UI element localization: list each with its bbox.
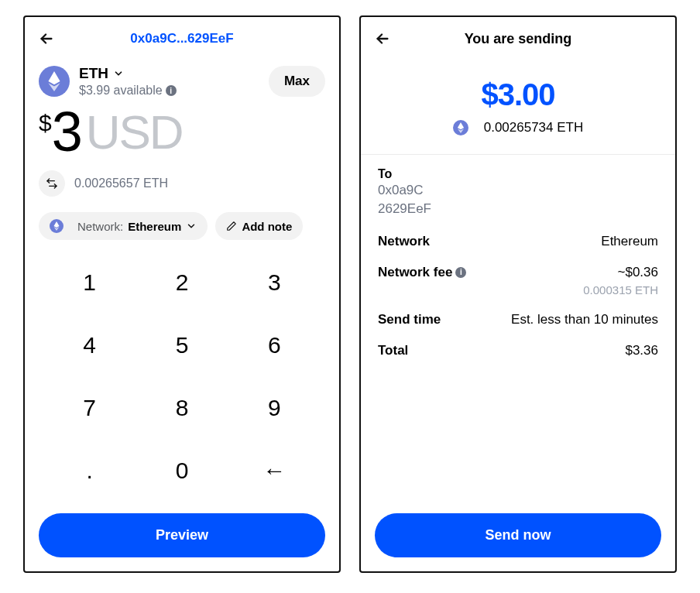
back-button[interactable]	[36, 28, 57, 50]
key-7[interactable]: 7	[43, 377, 136, 440]
total-value: $3.36	[625, 343, 658, 358]
converted-amount: 0.00265657 ETH	[74, 177, 168, 190]
send-amount-crypto: 0.00265734 ETH	[361, 120, 675, 135]
key-3[interactable]: 3	[228, 251, 321, 314]
eth-icon	[453, 120, 468, 135]
send-amount-usd: $3.00	[361, 77, 675, 112]
add-note-button[interactable]: Add note	[215, 212, 303, 240]
total-label: Total	[378, 343, 408, 358]
eth-icon	[39, 66, 70, 97]
chevron-down-icon	[113, 68, 124, 79]
send-now-button[interactable]: Send now	[375, 513, 661, 557]
info-icon[interactable]: i	[455, 267, 466, 278]
key-5[interactable]: 5	[136, 314, 228, 376]
to-label: To	[378, 167, 658, 181]
key-0[interactable]: 0	[136, 440, 228, 502]
sendtime-row: Send time Est. less than 10 minutes	[378, 312, 658, 327]
chevron-down-icon	[186, 221, 197, 231]
asset-selector[interactable]: ETH	[79, 65, 269, 82]
recipient-address-short[interactable]: 0x0a9C...629EeF	[130, 31, 233, 46]
key-2[interactable]: 2	[136, 251, 228, 314]
to-address: 0x0a9C 2629EeF	[378, 181, 658, 218]
key-1[interactable]: 1	[43, 251, 136, 314]
amount-display: $ 3 USD	[25, 104, 339, 159]
eth-icon	[50, 219, 63, 233]
key-backspace[interactable]: ←	[228, 440, 321, 502]
network-selector[interactable]: Network: Ethereum	[39, 212, 208, 240]
header: 0x0a9C...629EeF	[25, 17, 339, 54]
key-dot[interactable]: .	[43, 440, 136, 502]
amount-prefix: $	[39, 110, 52, 136]
key-8[interactable]: 8	[136, 377, 228, 440]
options-row: Network: Ethereum Add note	[25, 197, 339, 248]
fee-row: Network fee i ~$0.36 0.000315 ETH	[378, 265, 658, 296]
sendtime-value: Est. less than 10 minutes	[511, 312, 658, 327]
swap-currency-button[interactable]	[39, 170, 65, 197]
asset-selector-row: ETH $3.99 available i Max	[25, 54, 339, 98]
keypad: 1 2 3 4 5 6 7 8 9 . 0 ←	[25, 251, 339, 502]
total-row: Total $3.36	[378, 343, 658, 358]
to-row: To 0x0a9C 2629EeF	[378, 167, 658, 218]
info-icon[interactable]: i	[166, 85, 177, 96]
amount-value: 3	[52, 104, 81, 159]
page-title: You are sending	[465, 31, 572, 47]
max-button[interactable]: Max	[269, 66, 325, 97]
fee-label: Network fee i	[378, 265, 466, 280]
back-button[interactable]	[372, 28, 393, 50]
sendtime-label: Send time	[378, 312, 441, 327]
swap-icon	[46, 177, 58, 190]
arrow-left-icon	[38, 30, 55, 47]
pencil-icon	[226, 221, 237, 231]
converted-row: 0.00265657 ETH	[25, 159, 339, 197]
amount-currency: USD	[86, 108, 183, 156]
network-row: Network Ethereum	[378, 234, 658, 249]
details-list: To 0x0a9C 2629EeF Network Ethereum Netwo…	[361, 155, 675, 502]
preview-button[interactable]: Preview	[39, 513, 325, 557]
amount-summary: $3.00 0.00265734 ETH	[361, 54, 675, 154]
key-9[interactable]: 9	[228, 377, 321, 440]
fee-value: ~$0.36 0.000315 ETH	[583, 265, 658, 296]
send-confirm-screen: You are sending $3.00 0.00265734 ETH To …	[359, 15, 677, 573]
asset-symbol: ETH	[79, 65, 108, 82]
send-entry-screen: 0x0a9C...629EeF ETH $3.99 available i Ma…	[23, 15, 341, 573]
key-4[interactable]: 4	[43, 314, 136, 376]
header: You are sending	[361, 17, 675, 54]
asset-available: $3.99 available i	[79, 84, 269, 98]
network-label: Network	[378, 234, 430, 249]
asset-info: ETH $3.99 available i	[79, 65, 269, 98]
arrow-left-icon	[374, 30, 391, 47]
key-6[interactable]: 6	[228, 314, 321, 376]
network-value: Ethereum	[601, 234, 658, 249]
